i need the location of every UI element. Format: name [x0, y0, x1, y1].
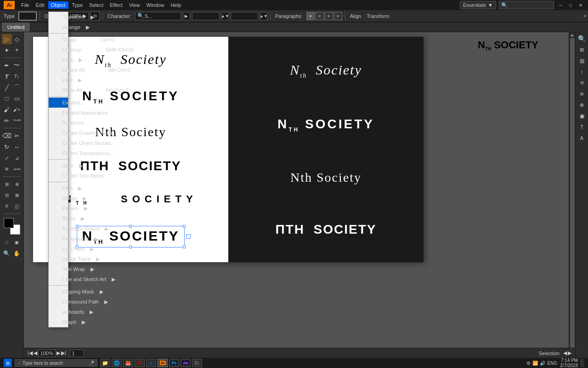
menu-item-transform[interactable]: Transform▶ — [49, 12, 68, 22]
line-segment-tool[interactable]: ╱ — [2, 82, 12, 92]
curvature-tool[interactable]: 〜 — [12, 60, 22, 70]
show-desktop-btn[interactable] — [581, 359, 584, 367]
touch-type-tool[interactable]: T↕ — [12, 71, 22, 81]
menu-help[interactable]: Help — [168, 1, 184, 9]
menu-item-unlock-all[interactable]: Unlock AllAlt+Ctrl+2 — [49, 65, 68, 75]
scale-tool[interactable]: ⤢ — [2, 153, 12, 163]
menu-item-rasterize-[interactable]: Rasterize... — [49, 118, 68, 128]
size-controls[interactable]: ▲▼ — [221, 12, 229, 20]
zoom-tool[interactable]: 🔍 — [2, 248, 12, 259]
lasso-tool[interactable]: ⌖ — [12, 45, 22, 55]
shear-tool[interactable]: ⊿ — [12, 153, 22, 163]
taskbar-ps[interactable]: Ps — [169, 359, 179, 367]
menu-item-envelope-distort[interactable]: Envelope Distort▶ — [49, 224, 68, 234]
shape-builder-tool[interactable]: ⊕ — [12, 179, 22, 189]
rp-btn-2[interactable]: ⊞ — [577, 45, 587, 54]
menu-item-create-object-mosaic-[interactable]: Create Object Mosaic... — [49, 138, 68, 148]
menu-item-group[interactable]: GroupCtrl+G — [49, 34, 68, 45]
panel-toggle[interactable]: » — [583, 13, 586, 18]
menu-item-graph[interactable]: Graph▶ — [49, 317, 68, 327]
arc-tool[interactable]: ⌒ — [12, 82, 22, 92]
taskbar-opera[interactable]: O — [135, 359, 145, 367]
search-bar[interactable]: ○ Type here to search 🎤 — [15, 359, 97, 367]
leading-controls[interactable]: ▲▼ — [260, 12, 267, 20]
rp-btn-10[interactable]: A — [577, 133, 587, 143]
menu-item-hide[interactable]: Hide▶ — [49, 75, 68, 85]
menu-view[interactable]: View — [126, 1, 143, 9]
rp-btn-8[interactable]: ▣ — [577, 111, 587, 121]
maximize-button[interactable]: □ — [567, 1, 574, 9]
menu-item-line-and-sketch-art[interactable]: Line and Sketch Art▶ — [49, 274, 68, 284]
pen-tool[interactable]: ✒ — [2, 60, 12, 70]
status-right-btn[interactable]: ▶ — [568, 350, 571, 356]
taskbar-explorer[interactable]: 📁 — [100, 359, 110, 367]
taskbar-firefox[interactable]: 🦊 — [123, 359, 133, 367]
status-left-btn[interactable]: ◀ — [563, 350, 567, 356]
warp-tool[interactable]: ≋ — [2, 164, 12, 174]
menu-edit[interactable]: Edit — [33, 1, 47, 9]
start-button[interactable]: ⊞ — [4, 359, 12, 367]
mesh-tool[interactable]: # — [2, 201, 12, 211]
menu-file[interactable]: File — [18, 1, 32, 9]
rectangle-tool[interactable]: □ — [2, 93, 12, 104]
tab-untitled[interactable]: Untitled — [2, 23, 30, 32]
taskbar-bridge[interactable]: Br — [192, 359, 202, 367]
font-size-dropdown[interactable] — [192, 12, 220, 20]
vscroll-up-btn[interactable]: ▲ — [571, 33, 574, 37]
vscroll-thumb[interactable] — [570, 38, 575, 352]
menu-object[interactable]: Object Transform▶Arrange▶GroupCtrl+GUngr… — [48, 1, 68, 9]
hand-tool[interactable]: ✋ — [12, 248, 22, 259]
taskbar-ie[interactable]: e — [146, 359, 156, 367]
menu-item-perspective[interactable]: Perspective▶ — [49, 234, 68, 244]
paintbrush-tool[interactable]: 🖌 — [2, 104, 12, 115]
selection-tool[interactable]: ▷ — [2, 34, 12, 44]
align-justify-button[interactable]: ≡ — [334, 12, 342, 20]
width-tool[interactable]: ⟺ — [12, 164, 22, 174]
menu-item-expand-appearance[interactable]: Expand Appearance — [49, 108, 68, 118]
menu-item-path[interactable]: Path▶ — [49, 183, 68, 193]
gradient-tool[interactable]: ◫ — [12, 201, 22, 211]
align-right-button[interactable]: ≡ — [325, 12, 333, 20]
leading-dropdown[interactable] — [231, 12, 258, 20]
menu-item-text-wrap[interactable]: Text Wrap▶ — [49, 264, 68, 274]
menu-item-slice[interactable]: Slice▶ — [49, 161, 68, 171]
nav-last-btn[interactable]: ▶| — [61, 350, 66, 356]
character-dropdown[interactable]: 🔍 S... — [135, 12, 181, 20]
direct-selection-tool[interactable]: ◇ — [12, 34, 22, 44]
menu-item-lock[interactable]: Lock▶ — [49, 55, 68, 65]
menu-item-pattern[interactable]: Pattern▶ — [49, 203, 68, 213]
rounded-rect-tool[interactable]: ▭ — [12, 93, 22, 104]
rp-btn-1[interactable]: 🔍 — [577, 34, 587, 43]
page-display[interactable]: 1 — [70, 350, 84, 357]
perspective-grid-tool[interactable]: ⊟ — [2, 190, 12, 200]
rp-btn-5[interactable]: ⟲ — [577, 78, 587, 87]
taskbar-ae[interactable]: Ae — [181, 359, 191, 367]
smooth-tool[interactable]: 〜✏ — [12, 115, 22, 126]
pencil-tool[interactable]: ✏ — [2, 115, 12, 126]
menu-type[interactable]: Type — [69, 1, 86, 9]
scissors-tool[interactable]: ✂ — [12, 131, 22, 141]
close-button[interactable]: ✕ — [577, 1, 584, 9]
menu-item-compound-path[interactable]: Compound Path▶ — [49, 297, 68, 307]
menu-item-clipping-mask[interactable]: Clipping Mask▶ — [49, 287, 68, 297]
menu-item-ungroup[interactable]: UngroupShift+Ctrl+G — [49, 45, 68, 55]
taskbar-ai[interactable]: Ai — [158, 359, 168, 367]
nav-first-btn[interactable]: |◀ — [28, 350, 33, 356]
essentials-dropdown[interactable]: Essentials ▼ — [460, 1, 496, 9]
color-selector[interactable] — [4, 218, 20, 235]
menu-item-show-all[interactable]: Show AllAlt+Ctrl+3 — [49, 85, 68, 95]
menu-item-image-trace[interactable]: Image Trace▶ — [49, 254, 68, 264]
nav-next-btn[interactable]: ▶ — [57, 350, 60, 356]
minimize-button[interactable]: ─ — [557, 1, 564, 9]
preview-mode-btn[interactable]: ▣ — [12, 237, 22, 247]
menu-item-create-gradient-mesh-[interactable]: Create Gradient Mesh... — [49, 128, 68, 138]
menu-item-flatten-transparency-[interactable]: Flatten Transparency... — [49, 148, 68, 158]
menu-item-blend[interactable]: Blend▶ — [49, 213, 68, 224]
char-toggle[interactable]: ▶ — [183, 12, 190, 20]
rp-btn-3[interactable]: ▤ — [577, 56, 587, 65]
foreground-color[interactable] — [4, 218, 14, 228]
menu-item-artboards[interactable]: Artboards▶ — [49, 307, 68, 317]
search-box[interactable]: 🔍 — [499, 1, 554, 9]
magic-wand-tool[interactable]: ✦ — [2, 45, 12, 55]
clock[interactable]: 7:14 PM 2/7/2018 — [560, 358, 578, 368]
